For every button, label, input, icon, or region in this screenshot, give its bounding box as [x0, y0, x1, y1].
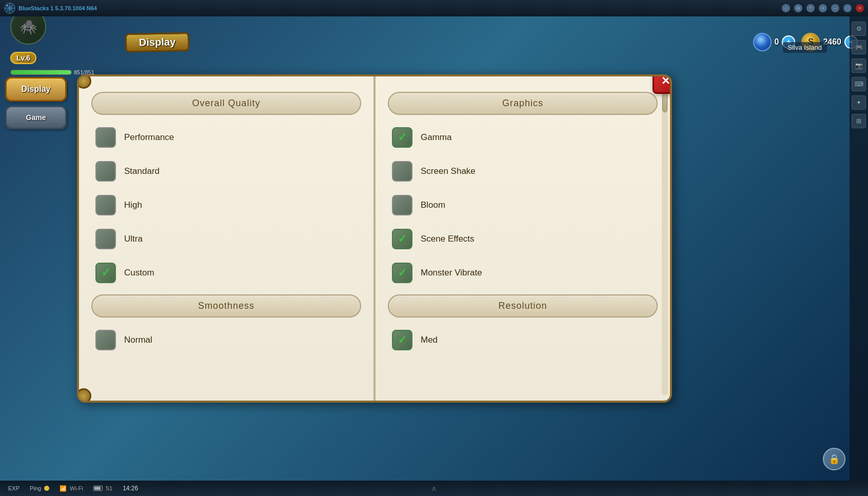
crystal-value: 0 [775, 37, 779, 47]
checkbox-performance[interactable]: ✓ [95, 127, 116, 148]
checkmark-custom: ✓ [101, 267, 110, 279]
option-row-gamma: ✓ Gamma [388, 125, 658, 150]
label-normal: Normal [124, 335, 152, 345]
close-window-icon[interactable]: ✕ [856, 4, 864, 12]
ping-stat: Ping [30, 485, 49, 491]
label-scene-effects: Scene Effects [421, 234, 475, 244]
label-performance: Performance [124, 132, 174, 143]
maximize-icon[interactable]: □ [843, 4, 852, 12]
label-screen-shake: Screen Shake [421, 166, 476, 176]
label-bloom: Bloom [421, 200, 445, 210]
top-bar: BlueStacks 1 5.3.70.1004 N64 ⌂ ⧉ ? ≡ ─ □… [0, 0, 868, 16]
toolbar-btn-6[interactable]: ⊞ [852, 114, 866, 128]
label-gamma: Gamma [421, 132, 451, 143]
label-monster-vibrate: Monster Vibrate [421, 268, 482, 278]
checkbox-gamma[interactable]: ✓ [392, 127, 412, 148]
checkbox-monster-vibrate[interactable]: ✓ [392, 263, 412, 283]
checkbox-scene-effects[interactable]: ✓ [392, 229, 412, 249]
resolution-header: Resolution [388, 294, 658, 318]
app-title: BlueStacks 1 5.3.70.1004 N64 [18, 5, 97, 11]
toolbar-btn-5[interactable]: ✦ [852, 95, 866, 110]
exp-stat: EXP [8, 485, 19, 491]
checkbox-med[interactable]: ✓ [392, 330, 412, 350]
menu-icon[interactable]: ≡ [819, 4, 827, 12]
checkbox-standard[interactable]: ✓ [95, 161, 116, 182]
nav-item-game[interactable]: Game [5, 106, 67, 129]
option-row-med: ✓ Med [388, 328, 658, 352]
battery-icon [93, 486, 103, 491]
exp-label: EXP [8, 485, 19, 491]
home-icon[interactable]: ⌂ [782, 4, 790, 12]
checkmark-gamma: ✓ [398, 132, 407, 143]
label-custom: Custom [124, 268, 154, 278]
lock-button[interactable]: 🔒 [823, 448, 845, 470]
minimize-icon[interactable]: ─ [831, 4, 839, 12]
label-high: High [124, 200, 142, 210]
game-header: 🕷️ Lv.6 851/851 Display 0 + S 2460 + Sil… [0, 16, 868, 68]
svg-point-9 [8, 5, 8, 6]
toolbar-btn-1[interactable]: ⚙ [852, 22, 866, 36]
help-icon[interactable]: ? [806, 4, 815, 12]
label-standard: Standard [124, 166, 160, 176]
battery-fill [94, 487, 101, 490]
ping-label: Ping [30, 485, 41, 491]
nav-sidebar: Display Game [0, 72, 72, 134]
option-row-screen-shake: ✓ Screen Shake [388, 159, 658, 184]
player-info: 🕷️ Lv.6 851/851 [10, 9, 94, 75]
label-med: Med [421, 335, 438, 345]
bottom-bar: EXP Ping 📶 Wi-Fi S1 14:26 ∧ [0, 481, 868, 496]
option-row-scene-effects: ✓ Scene Effects [388, 227, 658, 251]
smoothness-header: Smoothness [91, 294, 361, 318]
toolbar-btn-2[interactable]: 🎮 [852, 40, 866, 54]
main-dialog: × Overall Quality ✓ Performance ✓ Standa… [77, 74, 672, 403]
toolbar-btn-4[interactable]: ⌨ [852, 77, 866, 91]
spider-web-icon [4, 3, 15, 14]
label-ultra: Ultra [124, 234, 143, 244]
wifi-icon: 📶 [60, 485, 67, 492]
checkmark-monster-vibrate: ✓ [398, 267, 407, 279]
ping-dot [44, 486, 49, 491]
option-row-ultra: ✓ Ultra [91, 227, 361, 251]
close-button[interactable]: × [653, 74, 672, 94]
checkmark-scene-effects: ✓ [398, 233, 407, 245]
right-panel: Graphics ✓ Gamma ✓ Screen Shake ✓ Bloom … [376, 76, 670, 401]
window-controls: ⌂ ⧉ ? ≡ ─ □ ✕ [782, 4, 864, 12]
overall-quality-header: Overall Quality [91, 92, 361, 115]
copy-icon[interactable]: ⧉ [794, 4, 802, 12]
island-label: Silva Island [783, 42, 827, 53]
checkbox-ultra[interactable]: ✓ [95, 229, 116, 249]
option-row-bloom: ✓ Bloom [388, 193, 658, 217]
battery-label: S1 [106, 485, 112, 491]
graphics-header: Graphics [388, 92, 658, 115]
corner-decoration-bl [77, 388, 91, 403]
toolbar-btn-3[interactable]: 📷 [852, 58, 866, 73]
wifi-stat: 📶 Wi-Fi [60, 485, 83, 492]
option-row-high: ✓ High [91, 193, 361, 217]
right-toolbar: ⚙ 🎮 📷 ⌨ ✦ ⊞ [850, 16, 868, 481]
time-display: 14:26 [123, 485, 138, 492]
battery-stat: S1 [93, 485, 112, 491]
nav-item-display[interactable]: Display [5, 77, 67, 102]
checkbox-custom[interactable]: ✓ [95, 263, 116, 283]
checkbox-screen-shake[interactable]: ✓ [392, 161, 412, 182]
scrollbar-track[interactable] [662, 82, 668, 395]
time-stat: 14:26 [123, 485, 138, 492]
option-row-normal: ✓ Normal [91, 328, 361, 352]
wifi-label: Wi-Fi [70, 485, 83, 491]
checkmark-med: ✓ [398, 334, 407, 346]
option-row-monster-vibrate: ✓ Monster Vibrate [388, 261, 658, 285]
checkbox-normal[interactable]: ✓ [95, 330, 116, 350]
left-panel: Overall Quality ✓ Performance ✓ Standard… [79, 76, 374, 401]
option-row-custom: ✓ Custom [91, 261, 361, 285]
level-badge: Lv.6 [10, 52, 36, 64]
option-row-performance: ✓ Performance [91, 125, 361, 150]
app-logo: BlueStacks 1 5.3.70.1004 N64 [4, 3, 97, 14]
crystal-icon [753, 33, 772, 51]
scroll-up-indicator[interactable]: ∧ [431, 484, 437, 492]
option-row-standard: ✓ Standard [91, 159, 361, 184]
checkbox-bloom[interactable]: ✓ [392, 195, 412, 215]
header-title-area: Display [125, 33, 189, 52]
display-title: Display [125, 32, 189, 52]
checkbox-high[interactable]: ✓ [95, 195, 116, 215]
